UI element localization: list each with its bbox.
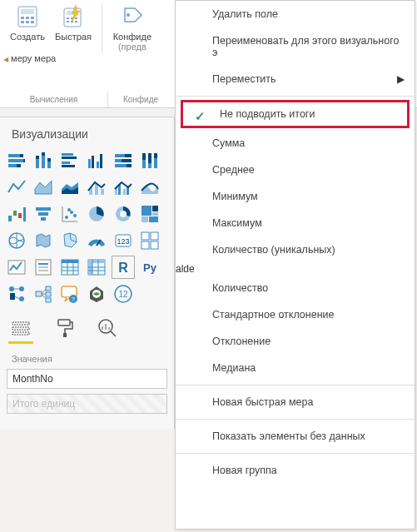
new-measure-label: Создать (10, 32, 45, 42)
ctx-new-group[interactable]: Новая группа (176, 457, 415, 484)
svg-rect-112 (36, 291, 42, 296)
context-menu: Удалить поле Переименовать для этого виз… (175, 0, 415, 530)
ctx-minimum[interactable]: Минимум (176, 183, 415, 210)
line-chart-icon[interactable] (5, 176, 28, 199)
svg-rect-15 (75, 21, 77, 22)
field-monthno[interactable]: MonthNo (7, 369, 167, 389)
ctx-count[interactable]: Количество (176, 275, 415, 301)
matrix-icon[interactable] (85, 256, 108, 279)
ctx-move[interactable]: Переместить▶ (176, 66, 415, 92)
svg-point-65 (65, 216, 68, 219)
ctx-average[interactable]: Среднее (176, 157, 415, 183)
gauge-icon[interactable] (85, 229, 108, 252)
svg-point-106 (9, 286, 14, 291)
svg-rect-62 (41, 217, 46, 221)
kpi-icon[interactable] (5, 256, 28, 279)
field-total-units[interactable]: Итого единиц (7, 394, 167, 414)
combo-line-column-icon[interactable] (85, 176, 108, 199)
lightning-calc-icon (62, 5, 85, 28)
treemap-icon[interactable] (138, 202, 161, 226)
powerapps-icon[interactable]: 12 (112, 282, 135, 306)
python-visual-icon[interactable]: Py (138, 256, 161, 279)
ctx-dont-summarize-label: Не подводить итоги (220, 108, 315, 120)
arcgis-icon[interactable] (85, 282, 108, 306)
ctx-rename[interactable]: Переименовать для этого визуального э (176, 27, 415, 66)
table-icon[interactable] (58, 256, 82, 279)
ctx-remove-field[interactable]: Удалить поле (176, 1, 415, 27)
ctx-show-no-data-label: Показать элементы без данных (212, 430, 365, 442)
ctx-stddev[interactable]: Стандартное отклонение (176, 301, 415, 328)
svg-rect-12 (75, 17, 77, 19)
ribbon-chart-icon[interactable] (138, 176, 161, 199)
analytics-tab[interactable] (97, 317, 118, 339)
ctx-count-distinct[interactable]: Количество (уникальных) (176, 236, 415, 263)
svg-rect-28 (47, 158, 51, 162)
map-icon[interactable] (5, 229, 28, 252)
r-visual-icon[interactable]: R (112, 256, 135, 279)
hundred-column-icon[interactable] (138, 149, 161, 172)
svg-rect-27 (42, 152, 45, 156)
slicer-icon[interactable] (32, 256, 55, 279)
waterfall-icon[interactable] (5, 202, 28, 226)
area-chart-icon[interactable] (32, 176, 55, 199)
decomposition-icon[interactable] (32, 282, 55, 306)
new-measure-button[interactable]: Создать (5, 3, 50, 42)
qa-icon[interactable]: ? (58, 282, 82, 306)
ctx-maximum[interactable]: Максимум (176, 210, 415, 236)
calculator-icon (16, 5, 39, 28)
ctx-median[interactable]: Медиана (176, 355, 415, 381)
svg-rect-19 (8, 164, 17, 167)
multi-card-icon[interactable] (138, 229, 161, 252)
svg-rect-2 (21, 17, 24, 19)
funnel-icon[interactable] (32, 202, 55, 226)
clustered-bar-icon[interactable] (58, 149, 82, 172)
magnifier-chart-icon (97, 318, 117, 338)
hundred-bar-icon[interactable] (112, 149, 135, 172)
svg-rect-17 (8, 154, 20, 157)
separator (176, 385, 415, 385)
pie-icon[interactable] (85, 202, 108, 226)
svg-rect-42 (127, 164, 132, 167)
scatter-icon[interactable] (58, 202, 82, 226)
ctx-dont-summarize[interactable]: ✓ Не подводить итоги (183, 102, 407, 126)
ctx-maximum-label: Максимум (212, 217, 262, 229)
svg-rect-13 (67, 21, 69, 22)
filled-map-icon[interactable] (32, 229, 55, 252)
fields-tab[interactable] (10, 317, 32, 339)
key-influencers-icon[interactable] (5, 282, 28, 306)
stacked-bar-icon[interactable] (5, 149, 28, 172)
svg-rect-24 (42, 156, 45, 168)
svg-rect-5 (21, 21, 24, 23)
stacked-column-icon[interactable] (32, 149, 55, 172)
combo-line-clustered-icon[interactable] (112, 176, 135, 199)
clustered-column-icon[interactable] (85, 149, 108, 172)
svg-rect-22 (17, 164, 21, 167)
ctx-new-quick-measure-label: Новая быстрая мера (212, 396, 313, 408)
quick-measure-button[interactable]: Быстрая (50, 3, 97, 42)
svg-rect-1 (21, 9, 34, 14)
shape-map-icon[interactable] (58, 229, 82, 252)
svg-rect-25 (47, 162, 51, 168)
svg-point-71 (120, 211, 127, 217)
separator (176, 453, 415, 454)
visualizations-pane: Визуализации 123 R Py (0, 117, 175, 429)
confidentiality-button[interactable]: Конфиде (предв (107, 3, 157, 52)
format-tab[interactable] (53, 317, 75, 339)
svg-rect-128 (58, 320, 70, 326)
svg-line-115 (42, 294, 46, 299)
ctx-variance-label: Отклонение (212, 336, 271, 347)
donut-icon[interactable] (112, 202, 135, 226)
svg-rect-35 (97, 162, 99, 168)
stacked-area-icon[interactable] (58, 176, 82, 199)
ctx-variance[interactable]: Отклонение (176, 328, 415, 355)
svg-rect-10 (67, 17, 69, 19)
paint-roller-icon (55, 318, 73, 338)
ctx-new-quick-measure[interactable]: Новая быстрая мера (176, 389, 415, 415)
card-icon[interactable]: 123 (112, 229, 135, 252)
svg-rect-59 (23, 207, 26, 221)
svg-point-68 (67, 208, 71, 211)
ctx-move-label: Переместить (212, 73, 276, 85)
ctx-new-group-label: Новая группа (212, 465, 277, 476)
ctx-sum[interactable]: Сумма (176, 130, 415, 157)
ctx-show-no-data[interactable]: Показать элементы без данных (176, 423, 415, 450)
